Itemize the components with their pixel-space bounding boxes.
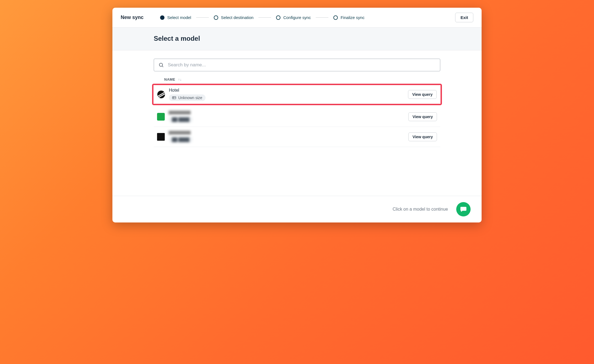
size-badge: ██ ████: [169, 116, 193, 123]
step-divider: [258, 17, 271, 18]
row-body: ██ ████: [169, 111, 404, 123]
footer: Click on a model to continue: [112, 196, 482, 222]
step-finalize-sync[interactable]: Finalize sync: [333, 15, 364, 20]
footer-hint: Click on a model to continue: [393, 207, 448, 212]
svg-rect-2: [172, 97, 176, 99]
step-configure-sync[interactable]: Configure sync: [276, 15, 311, 20]
stepper: Select model Select destination Configur…: [160, 15, 455, 20]
svg-point-0: [159, 63, 163, 66]
model-name: [169, 111, 191, 115]
size-label: ██ ████: [172, 117, 189, 122]
size-badge: Unknown size: [169, 94, 206, 101]
step-circle-icon: [333, 15, 338, 20]
app-window: New sync Select model Select destination…: [112, 8, 482, 222]
model-row[interactable]: Hotel Unknown size View query: [152, 84, 442, 105]
step-select-model[interactable]: Select model: [160, 15, 191, 20]
step-circle-icon: [160, 15, 164, 20]
model-name: [169, 131, 191, 135]
step-divider: [316, 17, 328, 18]
source-icon: [157, 113, 165, 121]
exit-button[interactable]: Exit: [455, 13, 473, 22]
source-icon: [157, 91, 165, 98]
step-label: Finalize sync: [341, 15, 364, 20]
table-header: NAME ↑↓: [154, 71, 440, 84]
row-body: Hotel Unknown size: [169, 88, 404, 101]
size-label: Unknown size: [178, 96, 202, 100]
sort-arrows-icon[interactable]: ↑↓: [178, 77, 182, 82]
search-field-wrap[interactable]: [154, 59, 440, 71]
topbar: New sync Select model Select destination…: [112, 8, 482, 28]
step-select-destination[interactable]: Select destination: [214, 15, 253, 20]
step-label: Configure sync: [283, 15, 311, 20]
model-name: Hotel: [169, 88, 404, 93]
search-icon: [158, 62, 164, 68]
svg-line-1: [162, 66, 163, 67]
subheader: Select a model: [112, 28, 482, 50]
model-row[interactable]: ██ ████ View query: [154, 127, 440, 147]
column-name-header[interactable]: NAME: [164, 77, 175, 82]
view-query-button[interactable]: View query: [408, 132, 437, 141]
size-badge: ██ ████: [169, 136, 193, 143]
size-label: ██ ████: [172, 137, 189, 142]
step-divider: [196, 17, 209, 18]
source-icon: [157, 133, 165, 141]
content: NAME ↑↓ Hotel Unknown size: [112, 50, 482, 196]
view-query-button[interactable]: View query: [408, 112, 437, 121]
model-row[interactable]: ██ ████ View query: [154, 107, 440, 127]
step-label: Select destination: [221, 15, 253, 20]
step-label: Select model: [167, 15, 191, 20]
search-input[interactable]: [168, 62, 436, 68]
row-body: ██ ████: [169, 131, 404, 143]
page-title: New sync: [121, 15, 144, 20]
chat-icon: [460, 206, 467, 213]
chat-widget-button[interactable]: [456, 202, 471, 216]
view-query-button[interactable]: View query: [408, 90, 437, 99]
step-circle-icon: [214, 15, 218, 20]
step-circle-icon: [276, 15, 280, 20]
table-icon: [172, 96, 176, 99]
section-title: Select a model: [154, 35, 440, 42]
